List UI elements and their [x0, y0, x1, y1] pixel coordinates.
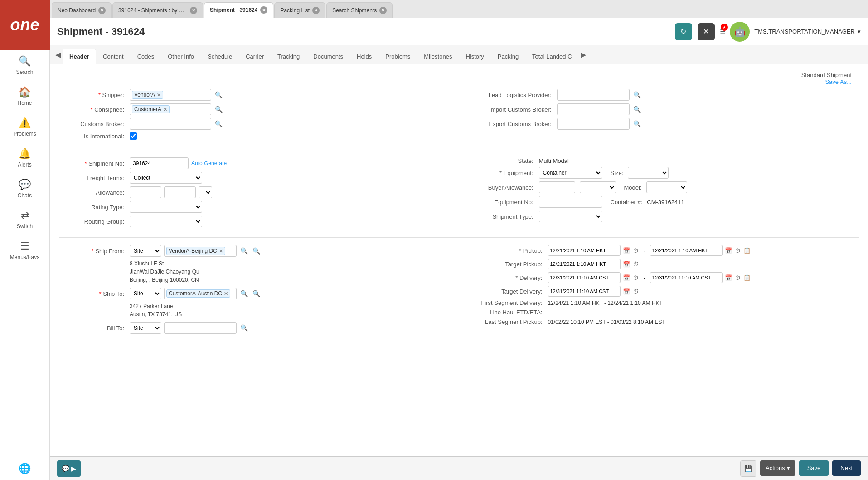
close-button[interactable]: ✕ — [698, 23, 715, 40]
browser-tab-packing-close[interactable]: ✕ — [312, 7, 320, 14]
buyer-allowance-input[interactable] — [539, 181, 575, 193]
rating-type-select[interactable] — [130, 201, 202, 213]
bill-to-type-select[interactable]: Site — [130, 322, 161, 334]
pickup-to-input[interactable] — [650, 245, 723, 256]
tab-codes[interactable]: Codes — [131, 49, 161, 64]
export-customs-search-btn[interactable]: 🔍 — [632, 120, 642, 127]
save-button[interactable]: Save — [799, 460, 829, 476]
ship-from-search-btn1[interactable]: 🔍 — [239, 247, 249, 255]
equipment-select[interactable]: Container — [539, 167, 602, 179]
delivery-from-input[interactable] — [548, 272, 621, 283]
shipper-search-btn[interactable]: 🔍 — [214, 91, 223, 98]
sidebar-item-menus[interactable]: ☰ Menus/Favs — [0, 235, 49, 266]
browser-tab-neo[interactable]: Neo Dashboard ✕ — [52, 2, 112, 18]
lead-logistics-input[interactable] — [557, 89, 630, 101]
hamburger-button[interactable]: ≡ ★ — [720, 26, 726, 37]
tab-problems[interactable]: Problems — [378, 49, 417, 64]
sidebar-item-alerts[interactable]: 🔔 Alerts — [0, 142, 49, 173]
size-select[interactable] — [628, 167, 669, 179]
import-customs-search-btn[interactable]: 🔍 — [632, 106, 642, 113]
sidebar-item-home[interactable]: 🏠 Home — [0, 81, 49, 112]
browser-tab-neo-close[interactable]: ✕ — [98, 7, 106, 14]
lead-logistics-search-btn[interactable]: 🔍 — [632, 91, 642, 98]
pickup-from-clock-btn[interactable]: ⏱ — [632, 247, 639, 254]
sidebar-item-chats[interactable]: 💬 Chats — [0, 173, 49, 204]
save-as-link[interactable]: Save As... — [801, 78, 852, 85]
app-logo[interactable]: one — [0, 0, 50, 50]
allowance-input2[interactable] — [164, 186, 196, 198]
equipment-no-input[interactable] — [539, 196, 602, 208]
ship-to-search-btn2[interactable]: 🔍 — [252, 290, 261, 297]
delivery-copy-btn[interactable]: 📋 — [743, 274, 751, 281]
sidebar-item-problems[interactable]: ⚠️ Problems — [0, 112, 49, 142]
browser-tab-shipment-detail-close[interactable]: ✕ — [260, 6, 267, 14]
tab-header[interactable]: Header — [63, 49, 96, 64]
tab-other-info[interactable]: Other Info — [161, 49, 201, 64]
buyer-allowance-select[interactable] — [580, 181, 616, 193]
ship-to-type-select[interactable]: Site — [130, 288, 161, 299]
consignee-input[interactable]: CustomerA ✕ — [130, 103, 211, 115]
tab-tracking[interactable]: Tracking — [271, 49, 306, 64]
browser-tab-packing[interactable]: Packing List ✕ — [274, 2, 325, 18]
next-button[interactable]: Next — [832, 460, 861, 476]
tab-milestones[interactable]: Milestones — [417, 49, 459, 64]
target-delivery-input[interactable] — [548, 286, 621, 297]
tab-prev-arrow[interactable]: ◀ — [53, 45, 63, 64]
target-pickup-calendar-btn[interactable]: 📅 — [622, 261, 630, 268]
bill-to-input[interactable] — [164, 322, 237, 334]
consignee-search-btn[interactable]: 🔍 — [214, 106, 223, 113]
allowance-select[interactable] — [199, 186, 212, 198]
ship-from-search-btn2[interactable]: 🔍 — [252, 247, 261, 255]
chat-button[interactable]: 💬 ▶ — [57, 460, 81, 477]
delivery-to-clock-btn[interactable]: ⏱ — [734, 274, 741, 281]
pickup-to-calendar-btn[interactable]: 📅 — [724, 247, 732, 254]
browser-tab-search-close[interactable]: ✕ — [379, 7, 387, 14]
target-pickup-input[interactable] — [548, 259, 621, 269]
pickup-from-calendar-btn[interactable]: 📅 — [622, 247, 630, 254]
consignee-tag-remove[interactable]: ✕ — [163, 107, 167, 113]
ship-from-tag-remove[interactable]: ✕ — [219, 248, 223, 254]
import-customs-input[interactable] — [557, 103, 630, 115]
actions-button[interactable]: Actions ▾ — [760, 460, 795, 476]
model-select[interactable] — [646, 181, 687, 193]
tab-total-landed[interactable]: Total Landed C — [525, 49, 578, 64]
save-icon-button[interactable]: 💾 — [740, 460, 756, 477]
sidebar-item-switch[interactable]: ⇄ Switch — [0, 204, 49, 235]
ship-from-input[interactable]: VendorA-Beijing DC ✕ — [164, 245, 237, 257]
shipper-tag-remove[interactable]: ✕ — [157, 92, 161, 98]
delivery-from-clock-btn[interactable]: ⏱ — [632, 274, 639, 281]
sidebar-item-globe[interactable]: 🌐 — [0, 457, 49, 480]
delivery-to-input[interactable] — [650, 272, 723, 283]
sidebar-item-search[interactable]: 🔍 Search — [0, 50, 49, 81]
delivery-from-calendar-btn[interactable]: 📅 — [622, 274, 630, 281]
tab-packing[interactable]: Packing — [491, 49, 525, 64]
freight-terms-select[interactable]: Collect — [130, 172, 202, 184]
tab-content[interactable]: Content — [96, 49, 131, 64]
ship-to-tag-remove[interactable]: ✕ — [224, 291, 228, 297]
customs-broker-input[interactable] — [130, 118, 211, 130]
pickup-to-clock-btn[interactable]: ⏱ — [734, 247, 741, 254]
delivery-to-calendar-btn[interactable]: 📅 — [724, 274, 732, 281]
tab-documents[interactable]: Documents — [306, 49, 350, 64]
target-delivery-calendar-btn[interactable]: 📅 — [622, 288, 630, 295]
target-delivery-clock-btn[interactable]: ⏱ — [632, 288, 639, 295]
tab-next-arrow[interactable]: ▶ — [579, 45, 588, 64]
pickup-from-input[interactable] — [548, 245, 621, 256]
tab-carrier[interactable]: Carrier — [239, 49, 271, 64]
ship-from-type-select[interactable]: Site — [130, 245, 161, 257]
tab-schedule[interactable]: Schedule — [201, 49, 239, 64]
ship-to-search-btn1[interactable]: 🔍 — [239, 290, 249, 297]
browser-tab-shipments-list-close[interactable]: ✕ — [190, 7, 197, 14]
refresh-button[interactable]: ↻ — [675, 23, 692, 40]
browser-tab-shipments-list[interactable]: 391624 - Shipments : by Shipme... ✕ — [112, 2, 203, 18]
customs-broker-search-btn[interactable]: 🔍 — [214, 120, 223, 127]
tab-holds[interactable]: Holds — [350, 49, 378, 64]
shipper-input[interactable]: VendorA ✕ — [130, 89, 211, 101]
auto-generate-link[interactable]: Auto Generate — [191, 160, 227, 167]
shipment-no-input[interactable] — [130, 157, 189, 169]
tab-history[interactable]: History — [459, 49, 490, 64]
shipment-type-select[interactable] — [539, 211, 602, 222]
ship-to-input[interactable]: CustomerA-Austin DC ✕ — [164, 288, 237, 299]
bill-to-search-btn[interactable]: 🔍 — [239, 324, 249, 332]
routing-group-select[interactable] — [130, 216, 202, 227]
